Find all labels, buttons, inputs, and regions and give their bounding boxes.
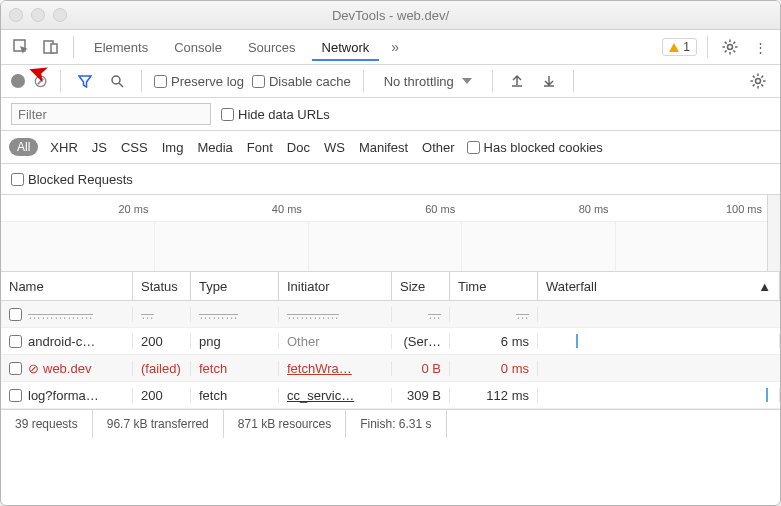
filter-type-img[interactable]: Img bbox=[160, 140, 186, 155]
svg-line-9 bbox=[733, 50, 735, 52]
hide-data-urls-checkbox[interactable]: Hide data URLs bbox=[221, 107, 330, 122]
download-har-icon[interactable] bbox=[537, 69, 561, 93]
tab-elements[interactable]: Elements bbox=[84, 34, 158, 61]
record-button[interactable] bbox=[11, 74, 25, 88]
tab-console[interactable]: Console bbox=[164, 34, 232, 61]
timeline-scrollbar[interactable] bbox=[767, 195, 780, 271]
column-type[interactable]: Type bbox=[191, 272, 279, 300]
throttling-dropdown[interactable]: No throttling bbox=[376, 74, 480, 89]
has-blocked-cookies-checkbox[interactable]: Has blocked cookies bbox=[467, 140, 603, 155]
footer-finish: Finish: 6.31 s bbox=[346, 410, 446, 438]
filter-type-xhr[interactable]: XHR bbox=[48, 140, 79, 155]
svg-line-22 bbox=[761, 76, 763, 78]
warnings-badge[interactable]: 1 bbox=[662, 38, 697, 56]
settings-icon[interactable] bbox=[718, 35, 742, 59]
footer-resources: 871 kB resources bbox=[224, 410, 346, 438]
filter-type-css[interactable]: CSS bbox=[119, 140, 150, 155]
inspect-element-icon[interactable] bbox=[9, 35, 33, 59]
blocked-requests-checkbox[interactable]: Blocked Requests bbox=[11, 172, 133, 187]
svg-point-14 bbox=[756, 79, 761, 84]
more-tabs-icon[interactable]: » bbox=[385, 39, 405, 55]
search-icon[interactable] bbox=[105, 69, 129, 93]
filter-type-manifest[interactable]: Manifest bbox=[357, 140, 410, 155]
title-bar: DevTools - web.dev/ bbox=[1, 1, 780, 30]
timeline-ticks: 20 ms 40 ms 60 ms 80 ms 100 ms bbox=[1, 203, 768, 215]
filter-type-doc[interactable]: Doc bbox=[285, 140, 312, 155]
sort-asc-icon: ▲ bbox=[758, 279, 771, 294]
filter-type-js[interactable]: JS bbox=[90, 140, 109, 155]
svg-line-20 bbox=[761, 84, 763, 86]
column-initiator[interactable]: Initiator bbox=[279, 272, 392, 300]
blocked-requests-row: Blocked Requests bbox=[1, 164, 780, 195]
filter-bar: Hide data URLs bbox=[1, 98, 780, 131]
svg-line-13 bbox=[119, 83, 123, 87]
window-title: DevTools - web.dev/ bbox=[1, 8, 780, 23]
svg-rect-2 bbox=[51, 44, 57, 53]
disable-cache-checkbox[interactable]: Disable cache bbox=[252, 74, 351, 89]
footer-requests: 39 requests bbox=[1, 410, 93, 438]
device-toolbar-icon[interactable] bbox=[39, 35, 63, 59]
main-toolbar: Elements Console Sources Network » 1 ⋮ bbox=[1, 30, 780, 65]
tab-sources[interactable]: Sources bbox=[238, 34, 306, 61]
devtools-window: DevTools - web.dev/ Elements Console Sou… bbox=[0, 0, 781, 506]
status-bar: 39 requests 96.7 kB transferred 871 kB r… bbox=[1, 409, 780, 438]
table-header: Name Status Type Initiator Size Time Wat… bbox=[1, 272, 780, 301]
table-row[interactable]: ⊘web.dev(failed)fetchfetchWra…0 B0 ms bbox=[1, 355, 780, 382]
filter-input[interactable] bbox=[11, 103, 211, 125]
tab-network[interactable]: Network bbox=[312, 34, 380, 61]
timeline-overview[interactable]: 20 ms 40 ms 60 ms 80 ms 100 ms bbox=[1, 195, 780, 272]
footer-transferred: 96.7 kB transferred bbox=[93, 410, 224, 438]
filter-type-media[interactable]: Media bbox=[195, 140, 234, 155]
filter-type-other[interactable]: Other bbox=[420, 140, 457, 155]
chevron-down-icon bbox=[462, 78, 472, 84]
table-row[interactable]: …………… … ……… ………… … … bbox=[1, 301, 780, 328]
table-row[interactable]: log?forma…200fetchcc_servic…309 B112 ms bbox=[1, 382, 780, 409]
request-table-body: …………… … ……… ………… … … android-c…200pngOth… bbox=[1, 301, 780, 409]
filter-type-font[interactable]: Font bbox=[245, 140, 275, 155]
clear-button[interactable]: ⊘ bbox=[33, 70, 48, 92]
svg-point-3 bbox=[728, 45, 733, 50]
svg-line-10 bbox=[725, 50, 727, 52]
column-status[interactable]: Status bbox=[133, 272, 191, 300]
network-toolbar: ➤ ⊘ Preserve log Disable cache No thrott… bbox=[1, 65, 780, 98]
filter-type-all[interactable]: All bbox=[9, 138, 38, 156]
kebab-menu-icon[interactable]: ⋮ bbox=[748, 35, 772, 59]
svg-line-19 bbox=[753, 76, 755, 78]
column-name[interactable]: Name bbox=[1, 272, 133, 300]
svg-point-12 bbox=[112, 76, 120, 84]
warning-icon bbox=[669, 43, 679, 52]
filter-type-ws[interactable]: WS bbox=[322, 140, 347, 155]
upload-har-icon[interactable] bbox=[505, 69, 529, 93]
svg-line-8 bbox=[725, 42, 727, 44]
filter-icon[interactable] bbox=[73, 69, 97, 93]
filter-types-bar: All XHR JS CSS Img Media Font Doc WS Man… bbox=[1, 131, 780, 164]
column-waterfall[interactable]: Waterfall▲ bbox=[538, 272, 780, 300]
network-settings-icon[interactable] bbox=[746, 69, 770, 93]
preserve-log-checkbox[interactable]: Preserve log bbox=[154, 74, 244, 89]
column-size[interactable]: Size bbox=[392, 272, 450, 300]
svg-line-11 bbox=[733, 42, 735, 44]
svg-line-21 bbox=[753, 84, 755, 86]
table-row[interactable]: android-c…200pngOther(Ser…6 ms bbox=[1, 328, 780, 355]
column-time[interactable]: Time bbox=[450, 272, 538, 300]
